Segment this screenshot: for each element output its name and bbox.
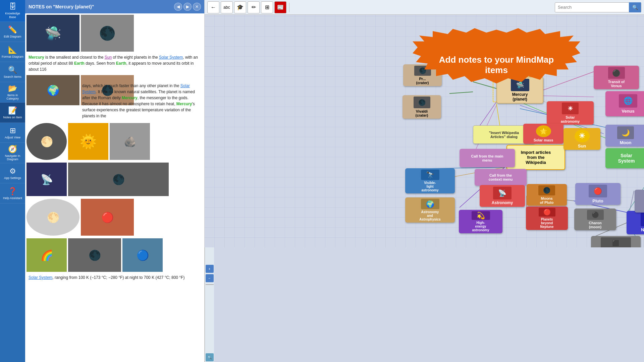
sidebar-item-format[interactable]: 📐 Format Diagram xyxy=(0,42,25,62)
node-visible-light[interactable]: 🔭 Visible-lightastronomy xyxy=(405,168,455,193)
node-astronomy-img: 📡 xyxy=(493,187,512,199)
sidebar: 🗄 Knowledge Base ✏️ Edit Diagram 📐 Forma… xyxy=(0,0,25,362)
node-astro-astro-img: 🌍 xyxy=(421,199,439,209)
node-moons-pluto-label: Moonsof Pluto xyxy=(540,196,554,204)
node-charon-img: ⚫ xyxy=(587,210,604,220)
notes-image-crater1: 🌕 xyxy=(26,123,67,160)
node-visible-light-img: 🔭 xyxy=(421,170,439,180)
notes-image-terrain: 🪨 xyxy=(110,123,150,160)
nav-play-button[interactable]: ▶ xyxy=(183,3,192,11)
graduate-button[interactable]: 🎓 xyxy=(234,1,246,13)
back-button[interactable]: ← xyxy=(207,1,219,13)
node-high-energy[interactable]: 💫 High-energyastronomy xyxy=(459,210,502,233)
node-visible-light-label: Visible-lightastronomy xyxy=(421,181,438,192)
node-vivaldi-label: Vivaldi(crater) xyxy=(416,109,428,117)
node-neptune-label: Neptune xyxy=(641,227,644,232)
notes-content: 🛸 🌑 Mercury is the smallest and closest … xyxy=(25,13,204,362)
node-call-main[interactable]: Call from the mainmenu xyxy=(460,149,515,167)
nav-back-button[interactable]: ◀ xyxy=(174,3,182,11)
node-charon[interactable]: ⚫ Charon(moon) xyxy=(574,208,616,230)
node-umbriel[interactable]: ⚫ Umbriel(moon) xyxy=(635,190,644,213)
help-icon: ❓ xyxy=(8,187,17,196)
node-neptune[interactable]: 🔵 Neptune xyxy=(627,211,644,234)
sidebar-item-navigate[interactable]: 🧭 Navigate In Diagram xyxy=(0,143,25,163)
search-submit-button[interactable]: 🔍 xyxy=(629,2,641,12)
node-astronomy[interactable]: 📡 Astronomy xyxy=(480,185,525,207)
sidebar-item-category[interactable]: 📂 Items in Category xyxy=(0,82,25,103)
sidebar-item-edit[interactable]: ✏️ Edit Diagram xyxy=(0,22,25,42)
svg-line-10 xyxy=(496,104,500,125)
node-sun-img: ☀ xyxy=(575,130,590,142)
category-icon: 📂 xyxy=(8,84,17,93)
settings-icon: ⚙ xyxy=(9,167,16,176)
sidebar-item-search[interactable]: 🔍 Search Items xyxy=(0,62,25,82)
notes-nav-buttons: ◀ ▶ ✕ xyxy=(174,3,201,11)
node-call-main-label: Call from the mainmenu xyxy=(471,154,503,162)
node-solar-astro-img: ☀ xyxy=(562,103,579,114)
node-import-wiki-label: Import articlesfrom theWikipedia xyxy=(521,150,551,165)
node-halimede-img: ⬛ xyxy=(601,237,631,247)
node-high-energy-img: 💫 xyxy=(472,211,490,220)
node-moons-pluto[interactable]: 🌑 Moonsof Pluto xyxy=(527,184,567,206)
sidebar-item-search-label: Search Items xyxy=(4,75,21,78)
news-button[interactable]: 📰 xyxy=(274,1,286,13)
zoom-in-button[interactable]: + xyxy=(206,265,214,273)
notes-image-colormap2: 🔵 xyxy=(122,238,163,272)
sidebar-item-adjust[interactable]: ⊞ Adjust View xyxy=(0,123,25,143)
node-solar-astronomy[interactable]: ☀ Solarastronomy xyxy=(547,101,594,125)
node-moon-label: Moon xyxy=(620,140,632,145)
node-sun[interactable]: ☀ Sun xyxy=(564,128,600,150)
node-moon[interactable]: 🌙 Moon xyxy=(605,125,644,146)
grid-button[interactable]: ⊞ xyxy=(261,1,273,13)
main-area: ← abc 🎓 ✏ ⊞ 📰 🔍 xyxy=(205,0,644,362)
search-input[interactable] xyxy=(555,5,629,10)
node-import-wiki[interactable]: Import articlesfrom theWikipedia xyxy=(506,145,565,170)
pencil-button[interactable]: ✏ xyxy=(248,1,260,13)
toolbar-separator xyxy=(289,3,289,12)
node-planets-beyond[interactable]: 🔴 PlanetsbeyondNeptune xyxy=(526,206,568,230)
node-transit-venus[interactable]: ⚫ Transit ofVenus xyxy=(594,66,639,89)
node-sun-label: Sun xyxy=(578,143,586,148)
notes-image-moon1: 🌑 xyxy=(81,15,134,52)
notes-text-1: Mercury is the smallest and closest to t… xyxy=(26,53,203,74)
node-charon-label: Charon(moon) xyxy=(589,221,602,229)
node-astro-astro[interactable]: 🌍 AstronomyandAstrophysics xyxy=(405,197,455,223)
node-call-context[interactable]: Call from thecontext menu xyxy=(475,169,527,186)
nav-close-button[interactable]: ✕ xyxy=(193,3,201,11)
notes-text-solar: Solar System, ranging from 100 K (−173 °… xyxy=(26,273,203,282)
node-vivaldi-img: 🌑 xyxy=(414,97,430,108)
text-button[interactable]: abc xyxy=(221,1,233,13)
node-insert-wiki-label: "Insert WikipediaArticles" dialog xyxy=(489,131,519,139)
node-astro-astro-label: AstronomyandAstrophysics xyxy=(419,210,440,221)
notes-image-surface1: 🌍 xyxy=(26,75,79,105)
node-pluto[interactable]: 🔴 Pluto xyxy=(575,183,621,205)
kb-icon: 🗄 xyxy=(9,2,16,11)
node-solar-mass[interactable]: 🌟 Solar mass xyxy=(523,124,564,144)
diagram-canvas[interactable]: Add notes to your MindMap items 🛸 Mercur… xyxy=(205,15,644,247)
node-vivaldi[interactable]: 🌑 Vivaldi(crater) xyxy=(402,95,441,119)
zoom-out-button[interactable]: − xyxy=(206,274,214,282)
toolbar: ← abc 🎓 ✏ ⊞ 📰 🔍 xyxy=(205,0,644,15)
node-transit-venus-label: Transit ofVenus xyxy=(608,80,625,88)
node-solar-system-label: SolarSystem xyxy=(618,153,635,164)
notes-image-craters: 🌑 xyxy=(68,238,121,272)
sidebar-item-notes[interactable]: 📝 Notes on Item xyxy=(0,103,25,123)
node-halimede[interactable]: ⬛ Halimede(moon) xyxy=(591,236,641,247)
search-diagram-button[interactable]: 🔍 xyxy=(206,353,214,361)
node-neptune-img: 🔵 xyxy=(641,213,644,226)
node-solar-system[interactable]: SolarSystem xyxy=(605,148,644,168)
node-transit-venus-img: ⚫ xyxy=(608,67,625,79)
node-venus[interactable]: 🌐 Venus xyxy=(605,91,644,116)
notes-text-2: days, which is much faster than any othe… xyxy=(80,81,203,120)
node-solar-mass-label: Solar mass xyxy=(534,138,553,142)
adjust-icon: ⊞ xyxy=(10,126,16,135)
sidebar-item-kb[interactable]: 🗄 Knowledge Base xyxy=(0,0,25,22)
sidebar-item-help[interactable]: ❓ Help Assistant xyxy=(0,183,25,203)
notes-panel: NOTES on "Mercury (planet)" ◀ ▶ ✕ 🛸 🌑 Me… xyxy=(25,0,205,362)
sidebar-item-settings[interactable]: ⚙ App Settings xyxy=(0,163,25,183)
sidebar-item-format-label: Format Diagram xyxy=(2,55,23,58)
node-planets-beyond-img: 🔴 xyxy=(539,208,555,217)
search-box: 🔍 xyxy=(555,2,641,12)
notes-icon: 📝 xyxy=(8,106,17,115)
search-items-icon: 🔍 xyxy=(8,66,17,74)
